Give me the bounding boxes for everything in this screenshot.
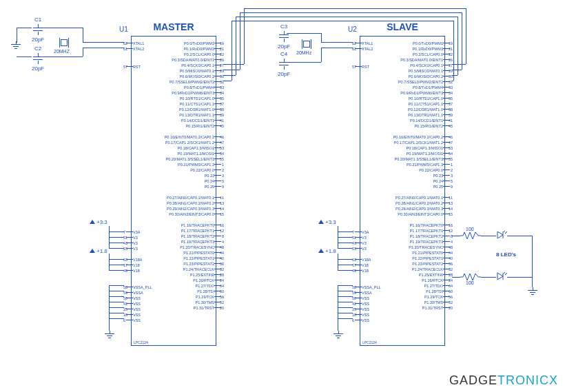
pin-34: 34P0.9/RxD1/PWM6/EINT3	[393, 90, 443, 96]
pin-62: 62XTAL1	[362, 41, 373, 46]
cap-c2-val: 20pF	[32, 65, 44, 72]
pin-13: 13P0.28/AIN1/CAP0.2/MAT0.2	[393, 200, 443, 206]
pin-16: 16P1.16/TRACEPKT0	[165, 223, 214, 228]
cap-c1-label: C1	[32, 17, 44, 23]
pin-48: 48P1.20/TRACESYNC	[393, 245, 443, 250]
svg-line-6	[504, 272, 506, 274]
brand-a: GADGE	[449, 373, 497, 387]
led-1	[496, 231, 507, 239]
pin-32: 32P1.24/TRACECLK	[393, 267, 443, 272]
chip-slave-part: LPC2124	[362, 340, 377, 344]
pin-60: 60P1.28/TDI	[393, 289, 443, 294]
pin-18: 18VSS	[133, 312, 152, 318]
chip-master: MASTER U1 LPC2124 19P0.0/TxD0/PWM121P0.1…	[131, 36, 216, 346]
pin-38: 38P0.12/DSR1/MAT1.0	[393, 107, 443, 112]
pin-17: 17V18	[362, 262, 371, 268]
pin-8: 8P1.18/TRACEPKT2	[165, 234, 214, 239]
pin-14: 14P0.29/AIN2/CAP0.3/MAT0.3	[165, 206, 214, 212]
svg-line-3	[505, 231, 507, 234]
pin-18: 18VSS	[362, 312, 381, 318]
pin-57: 57RST	[362, 64, 369, 70]
pin-35: 35P0.10/RTS1/CAP1.0	[393, 96, 443, 101]
pin-42: 42VSS	[133, 301, 152, 307]
brand-b: TRONICX	[497, 373, 558, 387]
pin-53: 53P0.18/CAP1.3/MISO1	[393, 145, 443, 151]
pin-23: 23V3	[362, 246, 369, 251]
pin-14: 14P0.29/AIN2/CAP0.3/MAT0.3	[393, 206, 443, 212]
pin-53: 53P0.18/CAP1.3/MISO1	[165, 145, 214, 151]
pin-63: 63V18A	[362, 257, 371, 262]
pin-15: 15P0.30/AIN3/EINT3/CAP0.0	[165, 212, 214, 217]
pin-56: 56P1.29/TCK	[165, 294, 214, 300]
pin-39: 39P0.13/DTR1/MAT1.1	[165, 112, 214, 118]
pin-61: 61XTAL2	[362, 46, 373, 52]
svg-marker-4	[497, 273, 503, 280]
cap-c2-label: C2	[32, 45, 44, 52]
gnd-slave-vss	[333, 331, 343, 338]
resistor-1: 100	[460, 232, 481, 239]
resistor-1-label: 100	[466, 227, 474, 231]
pin-22: 22P0.2/SCL/CAP0.0	[165, 52, 214, 57]
chip-master-title: MASTER	[153, 21, 194, 32]
pin-24: 24P1.26/RTCK	[393, 278, 443, 283]
pin-3: 3P0.23	[165, 173, 214, 178]
pin-26: 26P0.3/SDA/MAT0.0/EINT1	[165, 57, 214, 63]
crystal-1-val: 20MHZ	[54, 49, 70, 54]
cap-c4-label: C4	[278, 51, 290, 57]
led-2	[496, 272, 507, 280]
pin-9: 9P0.25	[393, 184, 443, 189]
cap-c4: C4 20pF	[278, 51, 290, 77]
pin-13: 13P0.28/AIN1/CAP0.2/MAT0.2	[165, 200, 214, 206]
pin-64: 64P1.27/TDO	[393, 283, 443, 289]
pin-52: 52P1.30/TMS	[393, 300, 443, 305]
pin-27: 27P0.4/SCK0/CAP0.1	[165, 63, 214, 68]
cap-c1: C1 20pF	[32, 17, 44, 43]
pin-42: 42VSS	[362, 301, 381, 307]
pin-21: 21P0.1/RxD0/PWM3	[393, 46, 443, 52]
pin-33: 33P0.8/TxD1/PWM4	[393, 85, 443, 90]
pin-12: 12P1.17/TRACEPKT1	[393, 228, 443, 234]
chip-master-ref: U1	[119, 25, 128, 33]
pin-40: 40P1.22/PIPESTAT1	[165, 256, 214, 261]
pin-11: 11P0.27/AIN0/CAP0.1/MAT0.1	[165, 195, 214, 200]
pin-30: 30P0.6/MOSI0/CAP0.2	[393, 74, 443, 79]
pin-6: 6VSS	[133, 318, 152, 323]
rail-33-slave-label: +3.3	[325, 219, 336, 225]
pin-37: 37P0.11/CTS1/CAP1.1	[165, 101, 214, 107]
pin-35: 35P0.10/RTS1/CAP1.0	[165, 96, 214, 101]
pin-24: 24P1.26/RTCK	[165, 278, 214, 283]
pin-39: 39P0.13/DTR1/MAT1.1	[393, 112, 443, 118]
rail-18-master-label: +1.8	[96, 248, 107, 254]
pin-55: 55P0.20/MAT1.3/SSEL1/EINT3	[393, 156, 443, 162]
pin-45: 45P0.15/RI1/EINT2	[393, 123, 443, 129]
pin-11: 11P0.27/AIN0/CAP0.1/MAT0.1	[393, 195, 443, 200]
pin-41: 41P0.14/DCD1/EINT1	[393, 118, 443, 123]
rail-33-master-label: +3.3	[96, 219, 107, 225]
pin-19: 19P0.0/TxD0/PWM1	[165, 41, 214, 46]
pin-48: 48P1.20/TRACESYNC	[165, 245, 214, 250]
crystal-2-val: 20MHz	[296, 50, 311, 55]
pin-16: 16P1.16/TRACEPKT0	[393, 223, 443, 228]
pin-43: 43V3	[362, 240, 369, 246]
pin-44: 44P1.21/PIPESTAT0	[165, 250, 214, 256]
pin-51: 51V3	[133, 235, 140, 240]
pin-26: 26P0.3/SDA/MAT0.0/EINT1	[393, 57, 443, 63]
pin-31: 31P0.7/SSEL0/PWM2/EINT2	[165, 79, 214, 85]
pin-4: 4P1.19/TRACEPKT3	[393, 239, 443, 245]
rail-18-slave: +1.8	[318, 248, 336, 254]
gnd-leds	[528, 287, 537, 294]
cap-c3-label: C3	[278, 23, 290, 30]
pin-59: 59VSSA	[133, 290, 152, 296]
pin-54: 54P0.19/MAT1.2/MOSI1	[165, 151, 214, 156]
pin-47: 47P0.17/CAP1.2/SCK1/MAT1.2	[165, 140, 214, 145]
pin-61: 61XTAL2	[133, 46, 144, 52]
pin-4: 4P1.19/TRACEPKT3	[165, 239, 214, 245]
rail-33-slave: +3.3	[318, 219, 336, 225]
pin-15: 15P0.30/AIN3/EINT3/CAP0.0	[393, 212, 443, 217]
pin-17: 17V18	[133, 262, 142, 268]
svg-line-2	[504, 231, 506, 232]
pin-46: 46P0.16/EINT0/MAT0.2/CAP0.2	[165, 134, 214, 140]
rail-18-master: +1.8	[90, 248, 107, 254]
pin-1: 1P0.21/PWM5/CAP1.3	[393, 162, 443, 167]
pin-29: 29P0.5/MISO0/MAT0.1	[165, 68, 214, 74]
